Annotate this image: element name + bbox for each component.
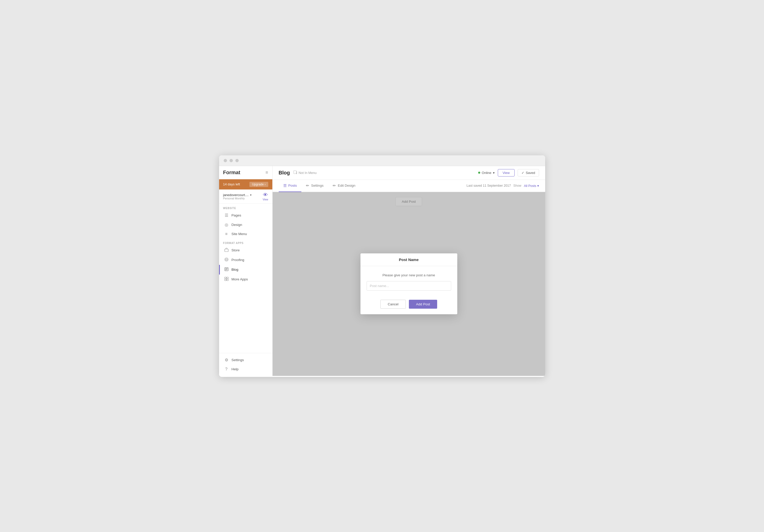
modal-body: Please give your new post a name xyxy=(360,266,457,296)
modal-description: Please give your new post a name xyxy=(367,273,451,277)
store-icon xyxy=(224,248,229,253)
browser-dot-green xyxy=(235,159,239,162)
svg-rect-10 xyxy=(227,279,228,281)
proofing-icon xyxy=(224,258,229,263)
chevron-down-icon: ▾ xyxy=(250,194,252,196)
more-apps-icon xyxy=(224,277,229,282)
browser-chrome xyxy=(219,155,545,166)
sidebar-item-store[interactable]: Store xyxy=(219,246,272,255)
not-in-menu[interactable]: Not In Menu xyxy=(293,170,317,175)
online-label: Online xyxy=(482,171,491,175)
browser-dot-yellow xyxy=(230,159,233,162)
sidebar-item-settings-label: Settings xyxy=(232,358,244,362)
sidebar: Format ≡ 14 days left Upgrade › janedove… xyxy=(219,166,273,376)
sidebar-item-design-label: Design xyxy=(232,223,242,227)
chevron-icon: ▾ xyxy=(537,184,539,188)
not-in-menu-icon xyxy=(293,170,297,175)
cancel-button[interactable]: Cancel xyxy=(380,300,406,309)
days-left-label: 14 days left xyxy=(223,182,240,186)
svg-rect-0 xyxy=(225,249,228,252)
sidebar-item-design[interactable]: ◎ Design xyxy=(219,220,272,230)
sidebar-item-help[interactable]: ? Help xyxy=(219,365,272,374)
user-section: janedovercourt.... ▾ Personal Monthly 👁 … xyxy=(219,189,272,204)
site-menu-icon: ≡ xyxy=(224,232,229,236)
sidebar-item-store-label: Store xyxy=(232,248,240,252)
browser-dot-red xyxy=(224,159,227,162)
website-section-label: WEBSITE xyxy=(219,204,272,211)
user-name[interactable]: janedovercourt.... ▾ xyxy=(223,193,260,197)
svg-rect-7 xyxy=(225,277,226,278)
modal-footer: Cancel Add Post xyxy=(360,296,457,314)
sub-nav: ☰ Posts ✏ Settings ✏ Edit Design Last sa… xyxy=(273,180,545,192)
upgrade-banner: 14 days left Upgrade › xyxy=(219,179,272,189)
add-post-modal-button[interactable]: Add Post xyxy=(409,300,437,309)
main-topbar: Blog Not In Menu Online xyxy=(273,166,545,180)
edit-design-tab-icon: ✏ xyxy=(333,183,336,188)
online-dot xyxy=(478,172,480,174)
sidebar-item-pages[interactable]: ☰ Pages xyxy=(219,211,272,220)
svg-rect-8 xyxy=(227,277,228,278)
user-plan: Personal Monthly xyxy=(223,197,260,200)
topbar-right: Online ▾ View ✓ Saved xyxy=(478,169,539,176)
tab-posts[interactable]: ☰ Posts xyxy=(279,180,301,192)
sidebar-item-blog-label: Blog xyxy=(232,267,239,271)
post-name-input[interactable] xyxy=(367,281,451,290)
sidebar-logo: Format xyxy=(223,170,241,175)
help-icon: ? xyxy=(224,367,229,372)
tab-edit-design[interactable]: ✏ Edit Design xyxy=(328,180,360,192)
sidebar-item-proofing-label: Proofing xyxy=(232,258,244,262)
sidebar-item-pages-label: Pages xyxy=(232,213,241,217)
modal-overlay: Post Name Please give your new post a na… xyxy=(273,192,545,376)
apps-section-label: FORMAT APPS xyxy=(219,239,272,246)
checkmark-icon: ✓ xyxy=(521,171,524,175)
view-label: View xyxy=(263,198,268,201)
upgrade-button[interactable]: Upgrade › xyxy=(250,182,268,187)
svg-rect-9 xyxy=(225,279,226,281)
user-info: janedovercourt.... ▾ Personal Monthly xyxy=(223,193,260,200)
page-title: Blog xyxy=(279,170,290,176)
sidebar-item-blog[interactable]: Blog xyxy=(219,265,272,274)
pages-icon: ☰ xyxy=(224,213,229,218)
svg-point-1 xyxy=(225,258,228,261)
sidebar-menu-icon[interactable]: ≡ xyxy=(266,170,268,175)
sidebar-item-help-label: Help xyxy=(232,367,239,371)
sidebar-header: Format ≡ xyxy=(219,166,272,179)
main-content: Blog Not In Menu Online xyxy=(273,166,545,376)
not-in-menu-label: Not In Menu xyxy=(298,171,317,175)
sidebar-item-more-apps-label: More Apps xyxy=(232,277,248,281)
browser-window: Format ≡ 14 days left Upgrade › janedove… xyxy=(219,155,545,377)
show-label: Show xyxy=(513,184,521,187)
posts-tab-icon: ☰ xyxy=(283,183,286,188)
sidebar-item-site-menu[interactable]: ≡ Site Menu xyxy=(219,230,272,239)
sidebar-item-site-menu-label: Site Menu xyxy=(232,232,247,236)
view-button[interactable]: View xyxy=(498,169,514,176)
online-indicator: Online ▾ xyxy=(478,171,495,175)
online-chevron: ▾ xyxy=(493,171,495,175)
settings-tab-icon: ✏ xyxy=(306,183,309,188)
modal-header: Post Name xyxy=(360,254,457,266)
blog-icon xyxy=(224,267,229,272)
blog-area: Add Post s yet. Post Name Pleas xyxy=(273,192,545,376)
sidebar-item-more-apps[interactable]: More Apps xyxy=(219,274,272,284)
app-layout: Format ≡ 14 days left Upgrade › janedove… xyxy=(219,166,545,376)
post-name-modal: Post Name Please give your new post a na… xyxy=(360,254,457,314)
eye-icon: 👁 xyxy=(263,192,268,198)
all-posts-dropdown[interactable]: All Posts ▾ xyxy=(524,184,539,188)
last-saved-label: Last saved 11 September 2017 xyxy=(467,184,511,187)
saved-button[interactable]: ✓ Saved xyxy=(518,169,539,176)
sidebar-item-proofing[interactable]: Proofing xyxy=(219,255,272,265)
sidebar-item-settings[interactable]: ⚙ Settings xyxy=(219,355,272,365)
view-site-button[interactable]: 👁 View xyxy=(263,192,268,201)
design-icon: ◎ xyxy=(224,222,229,227)
settings-icon: ⚙ xyxy=(224,358,229,362)
tab-settings[interactable]: ✏ Settings xyxy=(301,180,328,192)
sidebar-bottom: ⚙ Settings ? Help xyxy=(219,353,272,376)
sub-nav-right: Last saved 11 September 2017 Show All Po… xyxy=(467,184,539,188)
svg-point-2 xyxy=(226,259,227,260)
